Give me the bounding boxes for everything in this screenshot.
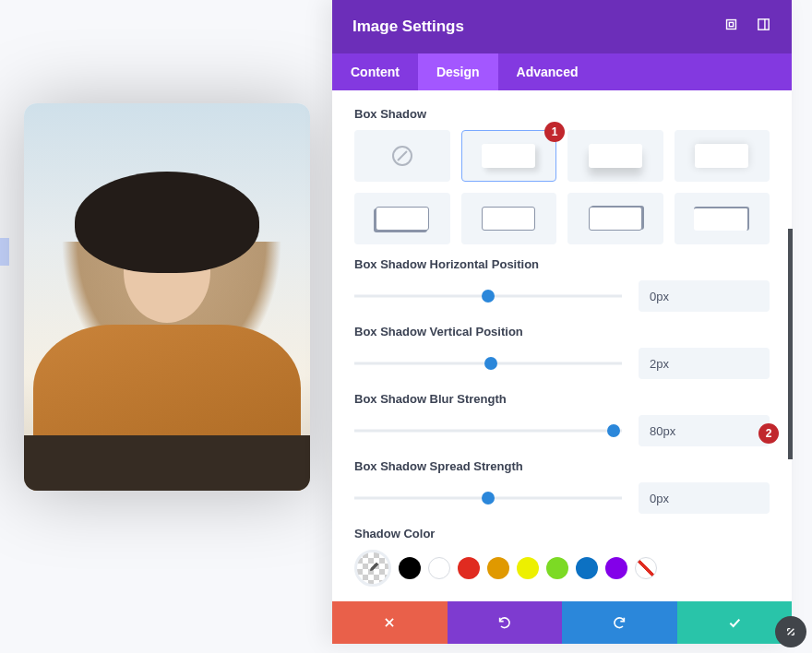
preset-1[interactable]: 1 <box>461 130 557 182</box>
expand-icon[interactable] <box>707 17 739 37</box>
annotation-badge-2: 2 <box>758 423 779 444</box>
svg-rect-2 <box>758 19 769 30</box>
preset-7[interactable] <box>675 193 770 244</box>
slider-blur-label: Box Shadow Blur Strength <box>354 392 770 406</box>
annotation-badge-1: 1 <box>544 122 565 142</box>
slider-horizontal-track[interactable] <box>354 289 622 303</box>
color-white[interactable] <box>428 557 450 579</box>
shadow-color-section: Shadow Color <box>354 527 770 587</box>
svg-rect-1 <box>729 22 733 26</box>
color-green[interactable] <box>546 557 568 579</box>
slider-spread-label: Box Shadow Spread Strength <box>354 459 770 473</box>
preset-5[interactable] <box>461 193 557 244</box>
panel-title: Image Settings <box>352 18 464 36</box>
slider-vertical-value[interactable] <box>639 348 770 379</box>
resize-handle[interactable] <box>775 616 806 647</box>
shadow-color-label: Shadow Color <box>354 527 770 540</box>
slider-spread: Box Shadow Spread Strength <box>354 459 770 514</box>
color-purple[interactable] <box>605 557 627 579</box>
slider-vertical-track[interactable] <box>354 356 622 371</box>
slider-blur-track[interactable] <box>354 423 622 438</box>
color-red[interactable] <box>458 557 480 579</box>
panel-header: Image Settings <box>332 0 792 53</box>
preset-none[interactable] <box>354 130 450 182</box>
preset-4[interactable] <box>354 193 450 244</box>
slider-horizontal: Box Shadow Horizontal Position <box>354 257 770 312</box>
slider-blur: Box Shadow Blur Strength 2 <box>354 392 770 446</box>
shadow-presets: 1 <box>354 130 770 244</box>
slider-vertical-label: Box Shadow Vertical Position <box>354 325 770 338</box>
undo-button[interactable] <box>448 601 563 644</box>
panel-footer <box>332 601 792 644</box>
tab-advanced[interactable]: Advanced <box>498 53 597 90</box>
tab-design[interactable]: Design <box>418 53 498 90</box>
color-picker-button[interactable] <box>354 550 391 587</box>
settings-panel: Image Settings Content Design Advanced B… <box>332 0 792 644</box>
none-icon <box>392 146 412 166</box>
slider-horizontal-label: Box Shadow Horizontal Position <box>354 257 770 271</box>
color-orange[interactable] <box>487 557 509 579</box>
save-button[interactable] <box>677 601 793 644</box>
slider-vertical: Box Shadow Vertical Position <box>354 325 770 379</box>
scrollbar[interactable] <box>788 229 793 459</box>
cancel-button[interactable] <box>332 601 448 644</box>
box-shadow-label: Box Shadow <box>354 107 770 121</box>
color-yellow[interactable] <box>517 557 539 579</box>
tab-bar: Content Design Advanced <box>332 53 792 90</box>
panel-content: Box Shadow 1 Box Shadow Horizontal Posit… <box>332 90 792 601</box>
page-accent-bar <box>0 238 9 266</box>
color-transparent[interactable] <box>635 557 657 579</box>
svg-rect-0 <box>727 20 736 30</box>
preset-6[interactable] <box>567 193 663 244</box>
slider-spread-track[interactable] <box>354 491 622 505</box>
color-blue[interactable] <box>576 557 598 579</box>
snap-icon[interactable] <box>739 17 771 37</box>
preset-3[interactable] <box>675 130 770 182</box>
slider-blur-value[interactable] <box>639 415 770 446</box>
slider-horizontal-value[interactable] <box>639 280 770 312</box>
redo-button[interactable] <box>562 601 677 644</box>
color-black[interactable] <box>399 557 421 579</box>
tab-content[interactable]: Content <box>332 53 418 90</box>
preset-2[interactable] <box>567 130 663 182</box>
image-preview <box>24 103 310 491</box>
slider-spread-value[interactable] <box>639 482 770 514</box>
